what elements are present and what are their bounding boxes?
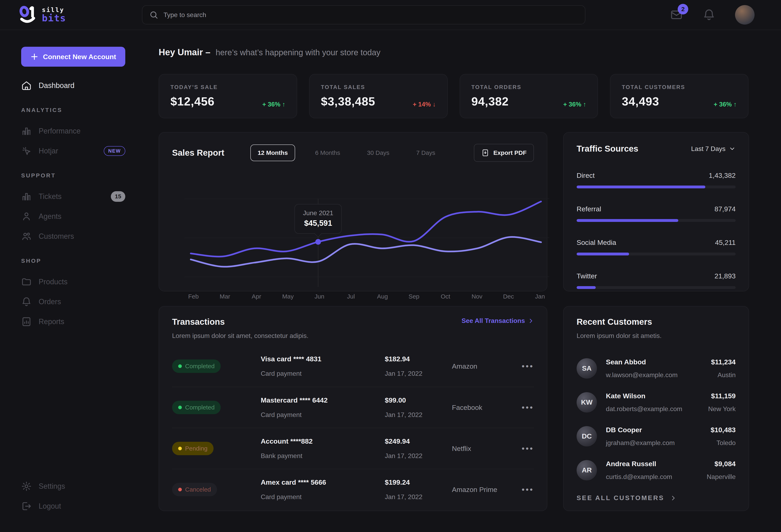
sidebar-section-shop: SHOP — [21, 258, 125, 264]
see-all-customers-link[interactable]: SEE ALL CUSTOMERS — [577, 494, 736, 502]
row-menu-button[interactable]: ••• — [516, 485, 534, 494]
stat-delta: + 36% ↑ — [714, 101, 737, 108]
greeting-subtitle: here’s what’s happening with your store … — [216, 48, 380, 57]
search-icon — [149, 10, 158, 19]
people-icon — [21, 231, 32, 241]
traffic-item-direct: Direct 1,43,382 — [577, 172, 736, 188]
trend-up-icon: ↑ — [734, 101, 737, 108]
brand-logo-icon — [18, 5, 37, 25]
sidebar: Connect New Account Dashboard ANALYTICS … — [0, 30, 142, 532]
transaction-amount: $99.00 — [385, 396, 452, 404]
tickets-icon — [21, 191, 32, 202]
logout-icon — [21, 501, 32, 512]
search-bar[interactable] — [142, 5, 585, 25]
status-badge: Canceled — [172, 483, 217, 496]
messages-button[interactable]: 2 — [670, 8, 683, 21]
see-all-transactions-link[interactable]: See All Transactions — [461, 317, 534, 324]
sidebar-section-support: SUPPORT — [21, 172, 125, 179]
recent-customers-panel: Recent Customers Lorem ipsum dolor sit a… — [563, 306, 749, 511]
customer-row[interactable]: DC DB Cooper jgraham@example.com $10,483… — [577, 419, 736, 453]
status-badge: Pending — [172, 442, 213, 455]
transaction-amount: $182.94 — [385, 355, 452, 363]
payment-method: Amex card **** 5666 — [261, 478, 385, 486]
progress-bar — [577, 286, 736, 289]
customer-email: curtis.d@example.com — [606, 473, 672, 481]
sidebar-item-dashboard[interactable]: Dashboard — [21, 76, 125, 95]
tooltip-value: $45,591 — [299, 219, 337, 228]
customer-name: Kate Wilson — [606, 392, 682, 400]
notifications-button[interactable] — [702, 8, 715, 21]
tab-12-months[interactable]: 12 Months — [250, 144, 295, 161]
brand-logo: silly bits — [18, 5, 142, 25]
plus-icon — [30, 53, 38, 61]
merchant: Facebook — [452, 404, 516, 411]
stat-value: 94,382 — [471, 94, 509, 108]
status-badge: Completed — [172, 359, 221, 373]
transaction-row[interactable]: Canceled Amex card **** 5666Card payment… — [172, 469, 534, 510]
connect-new-account-button[interactable]: Connect New Account — [21, 47, 125, 66]
row-menu-button[interactable]: ••• — [516, 403, 534, 412]
traffic-sources-panel: Traffic Sources Last 7 Days Direct 1,43,… — [563, 132, 749, 292]
sidebar-item-logout[interactable]: Logout — [21, 496, 125, 516]
chart-x-axis: Feb Mar Apr May Jun Jul Aug Sep Oct Nov … — [184, 293, 549, 300]
tooltip-label: June 2021 — [299, 209, 337, 217]
customers-list: SA Sean Abbod w.lawson@example.com $11,2… — [577, 351, 736, 487]
traffic-sources-title: Traffic Sources — [577, 144, 638, 153]
bar-chart-icon — [21, 126, 32, 136]
customer-avatar: KW — [577, 392, 597, 412]
user-avatar[interactable] — [735, 5, 754, 25]
payment-type: Card payment — [261, 370, 385, 378]
sidebar-item-settings[interactable]: Settings — [21, 476, 125, 496]
stat-card-total-customers: TOTAL CUSTOMERS 34,493 + 36% ↑ — [610, 74, 748, 118]
export-pdf-icon — [481, 149, 489, 157]
trend-down-icon: ↓ — [433, 101, 436, 108]
traffic-item-social-media: Social Media 45,211 — [577, 238, 736, 256]
stat-card-todays-sale: TODAY’S SALE $12,456 + 36% ↑ — [159, 74, 297, 118]
stat-value: $3,38,485 — [321, 94, 375, 108]
sidebar-item-products[interactable]: Products — [21, 272, 125, 292]
sidebar-item-hotjar[interactable]: Hotjar NEW — [21, 141, 125, 161]
bell-outline-icon — [21, 297, 32, 307]
sidebar-item-performance[interactable]: Performance — [21, 121, 125, 141]
greeting: Hey Umair – here’s what’s happening with… — [159, 47, 748, 58]
stat-value: 34,493 — [622, 94, 659, 108]
transaction-row[interactable]: Completed Mastercard **** 6442Card payme… — [172, 387, 534, 428]
tab-6-months[interactable]: 6 Months — [308, 145, 347, 161]
customer-amount: $11,234 — [711, 358, 736, 366]
sidebar-item-orders[interactable]: Orders — [21, 292, 125, 312]
sidebar-item-tickets[interactable]: Tickets 15 — [21, 186, 125, 207]
customer-city: New York — [708, 405, 736, 413]
sales-line-chart: June 2021 $45,591 — [184, 181, 549, 287]
sales-report-title: Sales Report — [172, 148, 224, 158]
row-menu-button[interactable]: ••• — [516, 362, 534, 371]
customer-row[interactable]: AR Andrea Russell curtis.d@example.com $… — [577, 453, 736, 487]
customer-email: jgraham@example.com — [606, 439, 674, 447]
search-input[interactable] — [164, 11, 578, 19]
customer-row[interactable]: KW Kate Wilson dat.roberts@example.com $… — [577, 385, 736, 419]
merchant: Amazon Prime — [452, 486, 516, 494]
payment-method: Account ****882 — [261, 437, 385, 445]
export-pdf-button[interactable]: Export PDF — [474, 144, 534, 162]
transaction-row[interactable]: Pending Account ****882Bank payment $249… — [172, 428, 534, 469]
cursor-click-icon — [21, 146, 32, 156]
merchant: Netflix — [452, 445, 516, 452]
progress-bar — [577, 219, 736, 222]
transactions-list: Completed Visa card **** 4831Card paymen… — [172, 346, 534, 510]
status-badge: Completed — [172, 401, 221, 414]
tickets-count-badge: 15 — [111, 191, 125, 202]
sidebar-item-reports[interactable]: Reports — [21, 312, 125, 331]
chevron-down-icon — [729, 145, 736, 152]
customer-city: Naperville — [707, 473, 736, 481]
customer-name: DB Cooper — [606, 426, 674, 434]
tab-30-days[interactable]: 30 Days — [360, 145, 397, 161]
customer-name: Sean Abbod — [606, 358, 678, 366]
tab-7-days[interactable]: 7 Days — [409, 145, 442, 161]
customer-row[interactable]: SA Sean Abbod w.lawson@example.com $11,2… — [577, 351, 736, 385]
sidebar-item-customers[interactable]: Customers — [21, 226, 125, 246]
home-icon — [21, 80, 32, 91]
sidebar-item-agents[interactable]: Agents — [21, 207, 125, 226]
row-menu-button[interactable]: ••• — [516, 444, 534, 453]
stat-value: $12,456 — [170, 94, 214, 108]
traffic-range-dropdown[interactable]: Last 7 Days — [691, 145, 736, 152]
transaction-row[interactable]: Completed Visa card **** 4831Card paymen… — [172, 346, 534, 387]
